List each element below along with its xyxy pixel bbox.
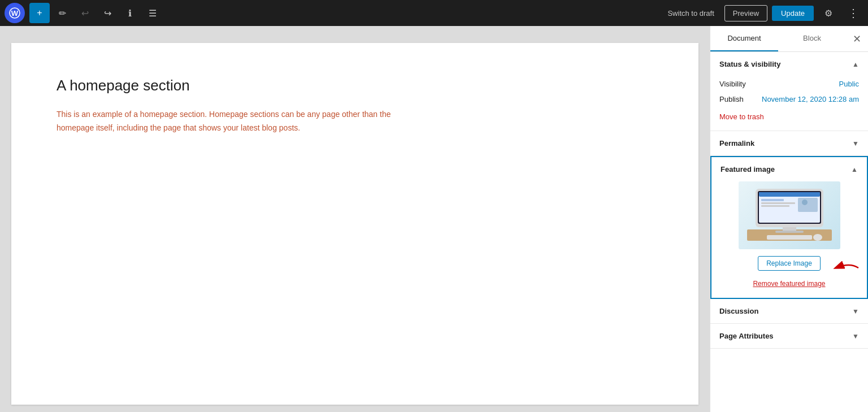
permalink-chevron: ▼ [852,140,859,148]
page-attributes-chevron: ▼ [852,332,859,340]
publish-value[interactable]: November 12, 2020 12:28 am [762,95,859,103]
svg-text:W: W [11,9,19,18]
editor-area: A homepage section This is an example of… [0,26,710,412]
switch-to-draft-button[interactable]: Switch to draft [662,6,719,21]
tab-document[interactable]: Document [710,26,778,51]
visibility-label: Visibility [719,80,746,88]
svg-rect-14 [767,235,812,240]
wp-logo[interactable]: W [5,3,25,23]
featured-image-header[interactable]: Featured image ▲ [711,157,867,181]
close-sidebar-button[interactable]: ✕ [846,27,868,51]
publish-row: Publish November 12, 2020 12:28 am [719,92,859,107]
info-button[interactable]: ℹ [120,3,140,23]
svg-rect-10 [761,202,795,204]
editor-canvas[interactable]: A homepage section This is an example of… [11,43,698,405]
page-title: A homepage section [57,77,653,94]
list-view-button[interactable]: ☰ [142,3,163,23]
toolbar: W + ✏ ↩ ↪ ℹ ☰ Switch to draft Preview Up… [0,0,868,26]
svg-rect-4 [775,231,804,233]
sidebar-header: Document Block ✕ [710,26,868,52]
svg-rect-8 [759,192,820,197]
replace-image-row: Replace Image [711,256,867,280]
permalink-title: Permalink [719,139,754,148]
status-visibility-content: Visibility Public Publish November 12, 2… [710,76,868,131]
page-content[interactable]: This is an example of a homepage section… [57,108,396,135]
featured-image-chevron: ▲ [851,166,858,174]
preview-button[interactable]: Preview [724,5,767,21]
featured-image-section: Featured image ▲ [710,156,868,299]
main-layout: A homepage section This is an example of… [0,26,868,412]
featured-image-title: Featured image [721,165,775,174]
page-attributes-section[interactable]: Page Attributes ▼ [710,324,868,349]
settings-button[interactable]: ⚙ [818,3,839,23]
status-visibility-title: Status & visibility [719,60,780,68]
visibility-row: Visibility Public [719,76,859,92]
page-attributes-title: Page Attributes [719,332,774,340]
update-button[interactable]: Update [772,6,814,21]
svg-rect-9 [761,199,784,201]
svg-rect-12 [798,198,818,212]
toolbar-right: Switch to draft Preview Update ⚙ ⋮ [662,3,863,23]
svg-point-13 [802,200,808,205]
svg-point-15 [813,234,822,241]
publish-label: Publish [719,95,744,103]
permalink-section[interactable]: Permalink ▼ [710,131,868,156]
discussion-section[interactable]: Discussion ▼ [710,299,868,324]
move-to-trash-link[interactable]: Move to trash [719,112,764,121]
tab-block[interactable]: Block [778,26,846,51]
status-visibility-chevron: ▲ [852,60,859,68]
red-arrow-annotation [830,259,861,276]
status-visibility-section: Status & visibility ▲ Visibility Public … [710,52,868,131]
edit-button[interactable]: ✏ [52,3,72,23]
featured-image-preview[interactable] [739,181,840,249]
visibility-value[interactable]: Public [839,80,859,88]
discussion-title: Discussion [719,307,758,315]
add-block-button[interactable]: + [29,3,50,23]
status-visibility-header[interactable]: Status & visibility ▲ [710,52,868,76]
replace-image-button[interactable]: Replace Image [758,256,821,271]
remove-featured-image-row: Remove featured image [711,280,867,298]
remove-featured-image-link[interactable]: Remove featured image [721,280,858,290]
svg-rect-11 [761,205,789,207]
discussion-chevron: ▼ [852,307,859,315]
redo-button[interactable]: ↪ [97,3,118,23]
sidebar: Document Block ✕ Status & visibility ▲ V… [710,26,868,412]
featured-image-container [711,181,867,256]
more-options-button[interactable]: ⋮ [843,3,863,23]
undo-button[interactable]: ↩ [75,3,95,23]
